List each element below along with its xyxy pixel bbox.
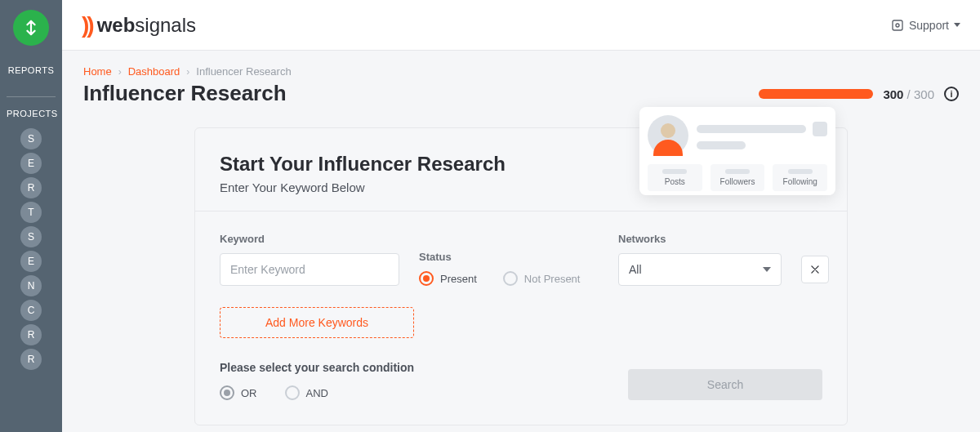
chevron-right-icon: › [186,66,189,78]
usage-total: 300 [914,87,934,101]
app-logo[interactable] [13,10,49,46]
sidebar-project-chip[interactable]: S [20,226,42,247]
profile-stat-following: Following [773,164,827,191]
page: Home › Dashboard › Influencer Research I… [62,51,980,432]
svg-rect-0 [893,20,902,30]
sidebar-project-chip[interactable]: R [20,349,42,370]
radio-icon [503,271,518,286]
sidebar-project-chip[interactable]: R [20,177,42,198]
support-menu[interactable]: Support [891,19,960,32]
remove-keyword-button[interactable] [801,256,829,283]
topbar: )) websignals Support [62,0,980,51]
sidebar: REPORTS PROJECTS SERTSENCRR [0,0,62,432]
usage-meter: 300 / 300 i [759,87,959,106]
usage-text: 300 / 300 [883,87,934,101]
avatar-icon [648,115,688,156]
status-label: Status [419,251,599,263]
svg-point-1 [896,24,899,27]
chevron-right-icon: › [118,66,122,78]
condition-label: Please select your search condition [220,361,414,374]
condition-or-radio[interactable]: OR [220,385,257,400]
page-title: Influencer Research [83,81,292,106]
sidebar-project-chip[interactable]: R [20,324,42,345]
sidebar-project-chip[interactable]: E [20,251,42,272]
brand-name-light: signals [135,14,196,37]
close-icon [809,264,821,275]
status-present-radio[interactable]: Present [419,271,477,286]
brand[interactable]: )) websignals [82,12,196,38]
condition-and-radio[interactable]: AND [285,385,328,400]
condition-or-label: OR [241,387,257,399]
usage-bar [759,89,873,99]
radio-icon [419,271,434,286]
status-not-present-label: Not Present [524,273,581,285]
caret-down-icon [763,267,771,272]
keyword-input[interactable] [220,253,399,286]
breadcrumb-current: Influencer Research [196,65,291,78]
profile-stat-followers: Followers [710,164,765,191]
add-more-keywords-button[interactable]: Add More Keywords [220,307,414,338]
breadcrumb-home[interactable]: Home [83,65,112,78]
caret-down-icon [954,23,960,27]
sidebar-project-chip[interactable]: N [20,275,42,296]
breadcrumb: Home › Dashboard › Influencer Research [83,65,292,78]
research-card: Posts Followers Following Start Your Inf… [194,127,848,425]
networks-value: All [629,263,642,276]
support-icon [891,19,904,32]
info-icon[interactable]: i [944,87,959,101]
radio-icon [220,385,234,400]
sidebar-section-projects[interactable]: PROJECTS [7,96,56,118]
sidebar-project-chip[interactable]: T [20,202,42,223]
condition-and-label: AND [306,387,328,399]
radio-icon [285,385,300,400]
keyword-label: Keyword [220,233,399,245]
profile-preview-widget: Posts Followers Following [639,107,835,195]
profile-stat-posts: Posts [648,164,702,191]
search-button[interactable]: Search [628,369,822,400]
status-not-present-radio[interactable]: Not Present [503,271,581,286]
breadcrumb-dashboard[interactable]: Dashboard [128,65,180,78]
sidebar-section-reports[interactable]: REPORTS [8,65,54,75]
networks-label: Networks [618,233,829,245]
status-present-label: Present [440,273,477,285]
usage-used: 300 [883,87,903,101]
brand-name-strong: web [97,14,136,37]
networks-select[interactable]: All [618,253,782,286]
sidebar-project-chip[interactable]: S [20,128,42,149]
support-label: Support [909,19,949,32]
sidebar-project-chip[interactable]: E [20,153,42,174]
brand-wave-icon: )) [82,12,92,38]
sidebar-project-chip[interactable]: C [20,300,42,321]
